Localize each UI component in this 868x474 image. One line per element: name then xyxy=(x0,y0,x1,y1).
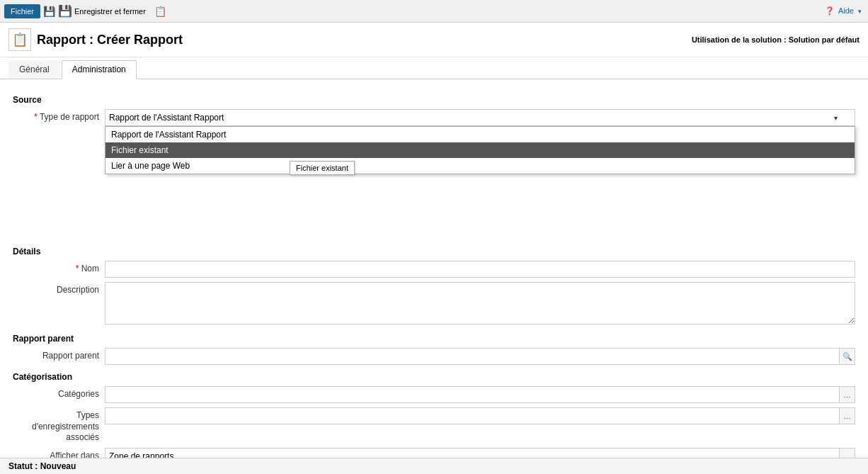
dropdown-option-rapport-assistant[interactable]: Rapport de l'Assistant Rapport xyxy=(105,127,855,142)
page-icon: 📋 xyxy=(8,28,31,51)
save-close-button[interactable]: 💾 Enregistrer et fermer xyxy=(58,4,146,18)
rapport-parent-row: Rapport parent 🔍 xyxy=(13,348,855,365)
toolbar: Fichier 💾 💾 Enregistrer et fermer 📋 ❓ Ai… xyxy=(0,0,868,23)
nom-field xyxy=(105,261,855,278)
aide-button[interactable]: ❓ Aide ▾ xyxy=(825,6,864,16)
rapport-parent-input[interactable] xyxy=(105,348,840,365)
type-rapport-row: Type de rapport Rapport de l'Assistant R… xyxy=(13,109,855,126)
save-close-label: Enregistrer et fermer xyxy=(74,7,146,16)
nom-label: Nom xyxy=(13,261,105,273)
fichier-button[interactable]: Fichier xyxy=(4,4,40,18)
types-enregistrements-row: Types d'enregistrements associés … xyxy=(13,407,855,444)
lookup-icon: 🔍 xyxy=(843,352,852,361)
categories-row: Catégories … xyxy=(13,386,855,403)
type-rapport-value: Rapport de l'Assistant Rapport xyxy=(109,113,224,123)
help-icon: ❓ xyxy=(825,6,835,15)
description-field xyxy=(105,282,855,327)
dropdown-option-lier-page-web[interactable]: Lier à une page Web Fichier existant xyxy=(105,158,855,174)
aide-label: Aide xyxy=(838,6,854,15)
section-source: Source xyxy=(13,95,855,105)
categories-lookup-button[interactable]: … xyxy=(840,386,855,403)
nom-row: Nom xyxy=(13,261,855,278)
rapport-parent-lookup-button[interactable]: 🔍 xyxy=(840,348,855,365)
type-rapport-dropdown-list: Rapport de l'Assistant Rapport Fichier e… xyxy=(105,126,855,174)
types-enregistrements-input[interactable] xyxy=(105,407,840,424)
section-rapport-parent: Rapport parent xyxy=(13,334,855,344)
aide-arrow: ▾ xyxy=(858,8,862,15)
categories-label: Catégories xyxy=(13,386,105,399)
type-rapport-dropdown[interactable]: Rapport de l'Assistant Rapport ▾ xyxy=(105,109,855,126)
types-enregistrements-lookup-button[interactable]: … xyxy=(840,407,855,424)
tab-general[interactable]: Général xyxy=(8,60,60,79)
report-icon: 📋 xyxy=(12,32,28,47)
section-details: Détails xyxy=(13,247,855,256)
categories-input[interactable] xyxy=(105,386,840,403)
types-lookup-icon: … xyxy=(843,412,851,420)
types-enregistrements-field: … xyxy=(105,407,855,424)
tabs: Général Administration xyxy=(0,60,868,79)
page-header: 📋 Rapport : Créer Rapport Utilisation de… xyxy=(0,23,868,57)
nom-input[interactable] xyxy=(105,261,855,278)
save-icon: 💾 xyxy=(58,4,72,18)
categories-field: … xyxy=(105,386,855,403)
status-bar: Statut : Nouveau xyxy=(0,458,868,474)
categories-lookup-icon: … xyxy=(843,390,851,399)
dropdown-option-fichier-existant[interactable]: Fichier existant xyxy=(105,142,855,158)
page-header-left: 📋 Rapport : Créer Rapport xyxy=(8,28,183,51)
form-content: Source Type de rapport Rapport de l'Assi… xyxy=(0,79,868,474)
section-categorisation: Catégorisation xyxy=(13,372,855,382)
copy-icon[interactable]: 📋 xyxy=(154,6,166,17)
description-textarea[interactable] xyxy=(105,282,855,325)
status-label: Statut : Nouveau xyxy=(8,461,76,471)
rapport-parent-label: Rapport parent xyxy=(13,348,105,361)
rapport-parent-field: 🔍 xyxy=(105,348,855,365)
type-rapport-field: Rapport de l'Assistant Rapport ▾ Rapport… xyxy=(105,109,855,126)
solution-info: Utilisation de la solution : Solution pa… xyxy=(692,35,860,44)
types-enregistrements-label: Types d'enregistrements associés xyxy=(13,407,105,444)
type-rapport-label: Type de rapport xyxy=(13,109,105,122)
page-title: Rapport : Créer Rapport xyxy=(37,33,183,47)
tab-administration[interactable]: Administration xyxy=(62,60,137,79)
dropdown-arrow-icon: ▾ xyxy=(834,114,838,122)
fichier-existant-tooltip: Fichier existant xyxy=(290,161,355,175)
description-row: Description xyxy=(13,282,855,327)
description-label: Description xyxy=(13,282,105,295)
